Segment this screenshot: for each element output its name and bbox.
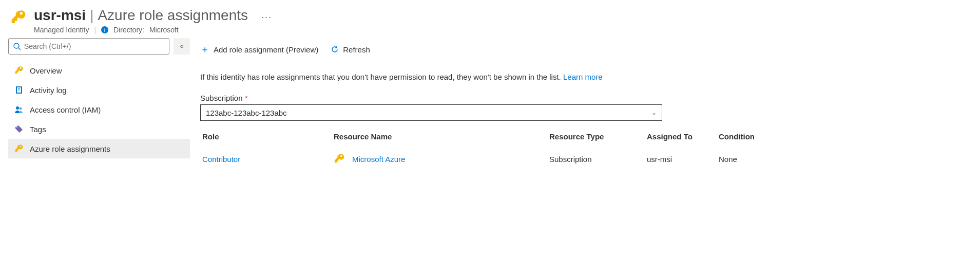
search-input[interactable] bbox=[24, 42, 165, 50]
directory-label: Directory: bbox=[113, 26, 144, 34]
search-icon bbox=[13, 42, 21, 50]
condition-cell: None bbox=[719, 155, 780, 164]
info-icon: i bbox=[101, 26, 108, 33]
svg-point-6 bbox=[16, 106, 19, 110]
sidebar: « Overview Activity log Access control (… bbox=[0, 38, 190, 173]
permission-notice: If this identity has role assignments th… bbox=[200, 73, 970, 81]
role-link[interactable]: Contributor bbox=[200, 155, 334, 164]
log-icon bbox=[14, 85, 24, 95]
sidebar-item-label: Tags bbox=[30, 125, 46, 134]
add-role-assignment-button[interactable]: ＋ Add role assignment (Preview) bbox=[200, 43, 318, 56]
resource-type-label: Managed Identity bbox=[34, 26, 89, 34]
required-asterisk: * bbox=[245, 94, 248, 102]
sidebar-item-label: Access control (IAM) bbox=[30, 105, 101, 114]
sidebar-item-overview[interactable]: Overview bbox=[8, 61, 190, 80]
role-assignments-table: Role Resource Name Resource Type Assigne… bbox=[200, 128, 970, 173]
sidebar-item-activity-log[interactable]: Activity log bbox=[8, 80, 190, 100]
page-header: usr-msi | Azure role assignments ··· Man… bbox=[0, 0, 980, 38]
add-label: Add role assignment (Preview) bbox=[214, 45, 318, 54]
key-icon bbox=[334, 153, 345, 165]
page-title: Azure role assignments bbox=[98, 7, 248, 24]
sidebar-item-access-control[interactable]: Access control (IAM) bbox=[8, 100, 190, 119]
col-header-condition: Condition bbox=[719, 132, 780, 141]
people-icon bbox=[14, 105, 24, 114]
sidebar-item-label: Azure role assignments bbox=[30, 144, 110, 153]
table-header: Role Resource Name Resource Type Assigne… bbox=[200, 128, 970, 145]
key-icon bbox=[10, 9, 27, 26]
refresh-button[interactable]: Refresh bbox=[331, 45, 370, 54]
key-icon bbox=[14, 144, 24, 153]
main-content: ＋ Add role assignment (Preview) Refresh … bbox=[190, 38, 980, 173]
subscription-value: 123abc-123abc-123abc bbox=[206, 109, 287, 117]
col-header-role: Role bbox=[200, 132, 334, 141]
refresh-label: Refresh bbox=[343, 45, 370, 54]
key-icon bbox=[14, 66, 24, 75]
sidebar-item-label: Overview bbox=[30, 66, 62, 75]
collapse-sidebar-button[interactable]: « bbox=[174, 38, 190, 55]
plus-icon: ＋ bbox=[200, 43, 209, 56]
resource-name-link[interactable]: Microsoft Azure bbox=[352, 155, 405, 164]
tag-icon bbox=[14, 124, 24, 134]
resource-name: usr-msi bbox=[34, 7, 86, 24]
refresh-icon bbox=[331, 45, 339, 53]
svg-point-7 bbox=[20, 107, 22, 110]
chevron-down-icon: ⌄ bbox=[651, 109, 657, 116]
sidebar-item-tags[interactable]: Tags bbox=[8, 119, 190, 139]
svg-line-1 bbox=[18, 48, 21, 50]
resource-type-cell: Subscription bbox=[549, 155, 647, 164]
assigned-to-cell: usr-msi bbox=[647, 155, 719, 164]
table-row[interactable]: Contributor Microsoft Azure Subscription… bbox=[200, 145, 970, 173]
col-header-resource-type: Resource Type bbox=[549, 132, 647, 141]
subscription-dropdown[interactable]: 123abc-123abc-123abc ⌄ bbox=[200, 104, 662, 121]
learn-more-link[interactable]: Learn more bbox=[563, 73, 603, 81]
svg-point-0 bbox=[14, 43, 19, 48]
col-header-resource-name: Resource Name bbox=[334, 132, 549, 141]
toolbar: ＋ Add role assignment (Preview) Refresh bbox=[200, 38, 970, 62]
svg-point-8 bbox=[16, 127, 17, 128]
title-separator: | bbox=[90, 7, 93, 24]
sidebar-item-azure-role-assignments[interactable]: Azure role assignments bbox=[8, 139, 190, 158]
more-button[interactable]: ··· bbox=[261, 12, 272, 23]
subscription-label: Subscription * bbox=[200, 94, 970, 102]
directory-value: Microsoft bbox=[149, 26, 179, 34]
subtitle-separator: | bbox=[94, 26, 96, 34]
col-header-assigned-to: Assigned To bbox=[647, 132, 719, 141]
sidebar-search[interactable] bbox=[8, 38, 169, 55]
sidebar-item-label: Activity log bbox=[30, 86, 67, 95]
